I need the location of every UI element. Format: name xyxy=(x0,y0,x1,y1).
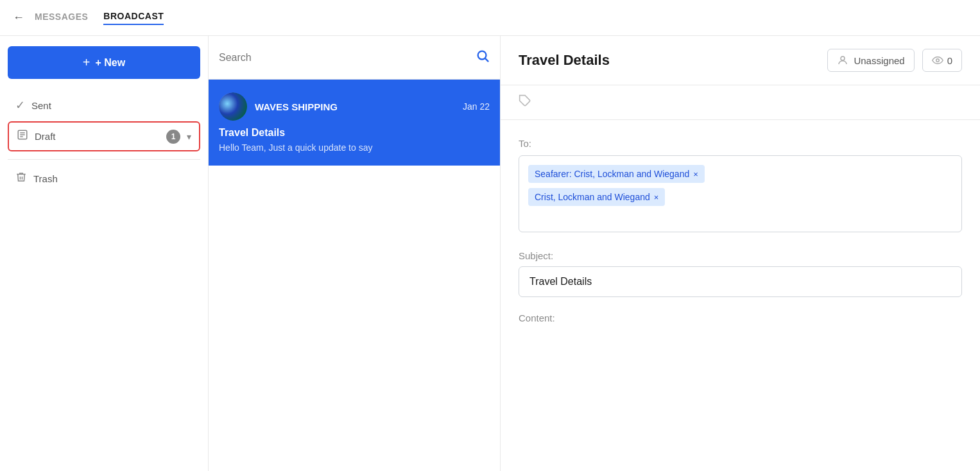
to-field[interactable]: Seafarer: Crist, Lockman and Wiegand × C… xyxy=(519,155,962,232)
tag-row xyxy=(501,85,980,120)
sidebar-item-sent[interactable]: ✓ Sent xyxy=(8,92,200,119)
top-nav: ← MESSAGES BROADCAST xyxy=(0,0,980,36)
views-button[interactable]: 0 xyxy=(922,49,962,72)
recipient-2-remove[interactable]: × xyxy=(654,193,659,202)
message-header: WAVES SHIPPING Jan 22 xyxy=(219,92,490,121)
sidebar-item-sent-label: Sent xyxy=(31,100,193,111)
trash-icon xyxy=(15,171,27,186)
tab-broadcast[interactable]: BROADCAST xyxy=(103,11,164,25)
sidebar: + + New ✓ Sent Draft 1 ▾ xyxy=(0,36,209,471)
plus-icon: + xyxy=(83,55,90,70)
sent-icon: ✓ xyxy=(15,98,25,112)
search-input[interactable] xyxy=(219,52,469,64)
new-button[interactable]: + + New xyxy=(8,46,200,79)
search-icon xyxy=(476,49,490,66)
svg-line-5 xyxy=(485,58,488,62)
message-item[interactable]: WAVES SHIPPING Jan 22 Travel Details Hel… xyxy=(209,80,500,166)
draft-chevron-icon: ▾ xyxy=(187,132,191,142)
recipient-tag-1[interactable]: Seafarer: Crist, Lockman and Wiegand × xyxy=(528,165,705,183)
svg-point-4 xyxy=(478,51,486,60)
views-count: 0 xyxy=(947,55,952,66)
main-layout: + + New ✓ Sent Draft 1 ▾ xyxy=(0,36,980,471)
sidebar-item-draft-label: Draft xyxy=(35,131,160,142)
sidebar-item-trash-label: Trash xyxy=(33,173,193,184)
message-sender: WAVES SHIPPING xyxy=(255,101,455,112)
tab-messages[interactable]: MESSAGES xyxy=(35,12,88,24)
recipient-1-remove[interactable]: × xyxy=(693,169,698,179)
sidebar-item-trash[interactable]: Trash xyxy=(8,165,200,193)
message-preview: Hello Team, Just a quick update to say xyxy=(219,142,490,153)
subject-label: Subject: xyxy=(519,250,962,261)
draft-icon xyxy=(17,129,28,144)
svg-point-7 xyxy=(936,59,939,62)
detail-panel: Travel Details Unassigned 0 xyxy=(501,36,980,471)
header-actions: Unassigned 0 xyxy=(827,49,962,72)
avatar xyxy=(219,92,247,121)
middle-panel: WAVES SHIPPING Jan 22 Travel Details Hel… xyxy=(209,36,501,471)
recipient-1-label: Seafarer: Crist, Lockman and Wiegand xyxy=(535,169,689,179)
assign-button[interactable]: Unassigned xyxy=(827,49,914,72)
new-button-label: + New xyxy=(96,57,126,69)
to-label: To: xyxy=(519,138,962,149)
svg-point-6 xyxy=(841,56,845,60)
message-date: Jan 22 xyxy=(463,101,490,112)
assign-label: Unassigned xyxy=(854,55,904,66)
recipient-tag-2[interactable]: Crist, Lockman and Wiegand × xyxy=(528,188,665,206)
recipient-2-label: Crist, Lockman and Wiegand xyxy=(535,192,650,202)
draft-badge: 1 xyxy=(166,130,180,144)
sidebar-divider xyxy=(8,159,200,160)
message-subject: Travel Details xyxy=(219,127,490,139)
detail-title: Travel Details xyxy=(519,52,610,69)
search-bar xyxy=(209,36,500,80)
content-label: Content: xyxy=(519,313,962,323)
tag-icon xyxy=(519,97,531,110)
subject-input[interactable] xyxy=(519,266,962,297)
sidebar-item-draft[interactable]: Draft 1 ▾ xyxy=(8,121,200,151)
detail-header: Travel Details Unassigned 0 xyxy=(501,36,980,85)
back-button[interactable]: ← xyxy=(13,11,24,24)
detail-body: To: Seafarer: Crist, Lockman and Wiegand… xyxy=(501,120,980,341)
